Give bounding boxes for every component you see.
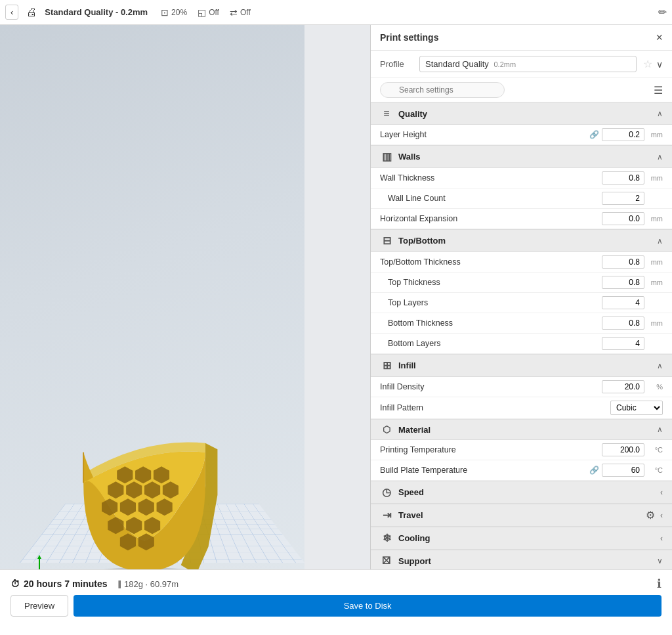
chevron-down-icon[interactable]: ∨ (656, 59, 663, 70)
build-plate-temp-label: Build Plate Temperature (380, 466, 589, 475)
profile-sub: 0.2mm (494, 60, 516, 68)
printing-temp-row: Printing Temperature °C (371, 440, 672, 460)
bottom-layers-row: Bottom Layers (371, 334, 672, 354)
top-thickness-row: Top Thickness mm (371, 273, 672, 293)
top-thickness-input[interactable] (602, 276, 644, 289)
bottom-thickness-input[interactable] (602, 317, 644, 330)
section-travel[interactable]: ⇥ Travel ⚙ ‹ (371, 504, 672, 527)
travel-icon: ⇥ (380, 509, 393, 521)
section-support[interactable]: ⛝ Support ∨ (371, 550, 672, 572)
infill-pattern-select[interactable]: Cubic Grid Lines Triangles (610, 401, 663, 415)
wall-line-count-input[interactable] (602, 192, 644, 205)
support-section-icon: ⛝ (380, 555, 393, 567)
walls-label: Walls (398, 152, 420, 162)
stat-adhesion: ⇄ Off (230, 7, 251, 18)
build-plate-link-icon[interactable]: 🔗 (589, 466, 599, 475)
material-chevron: ∧ (657, 425, 663, 434)
build-plate-temp-input[interactable] (602, 464, 644, 477)
topbottom-thickness-unit: mm (647, 258, 663, 266)
cooling-chevron: ‹ (660, 534, 663, 543)
settings-scroll[interactable]: ≡ Quality ∧ Layer Height 🔗 mm ▥ Walls ∧ … (371, 102, 672, 635)
profile-actions: ☆ ∨ (643, 58, 663, 70)
infill-pattern-row: Infill Pattern Cubic Grid Lines Triangle… (371, 397, 672, 419)
wall-thickness-input[interactable] (602, 171, 644, 185)
wall-line-count-label: Wall Line Count (388, 194, 602, 203)
infill-density-input[interactable] (602, 380, 644, 393)
layer-height-input[interactable] (602, 128, 644, 141)
top-layers-label: Top Layers (388, 298, 602, 307)
panel-header: Print settings × (371, 25, 672, 51)
infill-section-icon: ⊞ (380, 359, 393, 372)
toolbar-stats: ⊡ 20% ◱ Off ⇄ Off (161, 7, 251, 18)
infill-density-row: Infill Density % (371, 377, 672, 397)
bottom-layers-label: Bottom Layers (388, 339, 602, 348)
cooling-label: Cooling (398, 533, 430, 543)
wall-line-count-row: Wall Line Count (371, 188, 672, 209)
printing-temp-label: Printing Temperature (380, 445, 602, 454)
walls-icon: ▥ (380, 150, 393, 163)
print-time: ⏱ 20 hours 7 minutes (10, 579, 108, 589)
layer-height-unit: mm (647, 131, 663, 139)
section-speed[interactable]: ◷ Speed ‹ (371, 481, 672, 504)
favorite-icon[interactable]: ☆ (643, 58, 652, 70)
search-wrap: 🔍 (380, 82, 650, 98)
print-settings-panel: Print settings × Profile Standard Qualit… (370, 25, 672, 635)
topbottom-chevron: ∧ (657, 236, 663, 246)
support-icon: ◱ (198, 7, 206, 18)
cooling-icon: ❄ (380, 532, 393, 544)
section-topbottom[interactable]: ⊟ Top/Bottom ∧ (371, 229, 672, 252)
layer-height-link-icon[interactable]: 🔗 (589, 130, 599, 139)
menu-icon[interactable]: ☰ (654, 84, 663, 97)
edit-icon[interactable]: ✏ (658, 6, 667, 18)
printing-temp-input[interactable] (602, 443, 644, 456)
panel-close-button[interactable]: × (656, 32, 663, 43)
info-icon[interactable]: ℹ (657, 577, 662, 591)
nav-buttons: ‹ (5, 5, 18, 20)
horizontal-expansion-input[interactable] (602, 212, 644, 225)
infill-chevron: ∧ (657, 361, 663, 370)
profile-select[interactable]: Standard Quality 0.2mm (419, 56, 637, 72)
wall-thickness-unit: mm (647, 174, 663, 182)
top-layers-row: Top Layers (371, 293, 672, 313)
adhesion-icon: ⇄ (230, 7, 238, 18)
travel-gear-icon[interactable]: ⚙ (646, 509, 655, 521)
horizontal-expansion-unit: mm (647, 215, 663, 223)
toolbar: ‹ 🖨 Standard Quality - 0.2mm ⊡ 20% ◱ Off… (0, 0, 672, 25)
adhesion-value: Off (240, 8, 251, 17)
search-input[interactable] (380, 82, 505, 98)
bottom-info: ⏱ 20 hours 7 minutes ||| 182g · 60.97m ℹ (0, 570, 672, 595)
horizontal-expansion-label: Horizontal Expansion (380, 214, 602, 223)
search-row: 🔍 ☰ (371, 78, 672, 102)
section-cooling[interactable]: ❄ Cooling ‹ (371, 527, 672, 550)
profile-value: Standard Quality (425, 59, 489, 69)
horizontal-expansion-row: Horizontal Expansion mm (371, 209, 672, 229)
preview-button[interactable]: Preview (10, 595, 68, 617)
top-layers-input[interactable] (602, 296, 644, 309)
quality-chevron: ∧ (657, 109, 663, 118)
support-chevron: ∨ (657, 556, 663, 565)
printing-temp-unit: °C (647, 446, 663, 454)
infill-density-unit: % (647, 383, 663, 391)
build-plate-temp-unit: °C (647, 466, 663, 474)
wall-thickness-label: Wall Thickness (380, 173, 602, 183)
quality-label: Quality (398, 109, 427, 119)
topbottom-thickness-input[interactable] (602, 255, 644, 269)
speed-label: Speed (398, 487, 424, 497)
section-quality[interactable]: ≡ Quality ∧ (371, 102, 672, 125)
infill-pattern-label: Infill Pattern (380, 403, 610, 412)
viewport[interactable] (0, 25, 304, 635)
profile-row: Profile Standard Quality 0.2mm ☆ ∨ (371, 51, 672, 78)
section-infill[interactable]: ⊞ Infill ∧ (371, 354, 672, 377)
speed-chevron: ‹ (660, 488, 663, 497)
bottom-layers-input[interactable] (602, 337, 644, 350)
layer-height-row: Layer Height 🔗 mm (371, 125, 672, 145)
section-material[interactable]: ⬡ Material ∧ (371, 419, 672, 440)
save-to-disk-button[interactable]: Save to Disk (74, 595, 662, 617)
section-walls[interactable]: ▥ Walls ∧ (371, 145, 672, 168)
top-thickness-label: Top Thickness (388, 278, 602, 287)
topbottom-label: Top/Bottom (398, 236, 446, 246)
profile-label: Profile (380, 59, 413, 69)
back-button[interactable]: ‹ (5, 5, 18, 20)
weight-label: 182g · 60.97m (124, 579, 178, 589)
infill-label: Infill (398, 361, 416, 370)
